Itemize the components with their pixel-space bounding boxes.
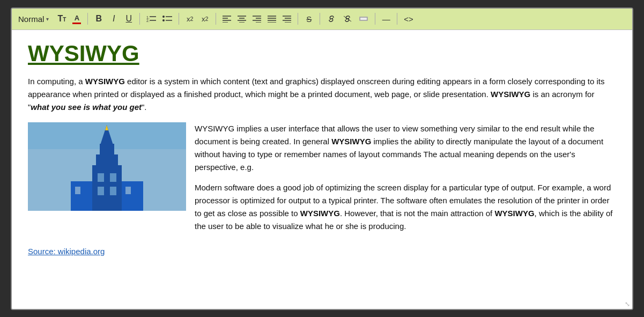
- align-justify-button[interactable]: [265, 14, 278, 24]
- resize-handle-area: ⤡: [12, 298, 632, 309]
- content-area: WYSIWYG In computing, a WYSIWYG editor i…: [12, 30, 632, 298]
- unordered-list-icon: [162, 14, 172, 23]
- content-image-section: WYSIWYG implies a user interface that al…: [28, 122, 616, 233]
- unordered-list-button[interactable]: [160, 13, 174, 24]
- source-link[interactable]: Source: wikipedia.org: [28, 247, 105, 256]
- font-color-button[interactable]: A: [70, 13, 83, 25]
- svg-rect-40: [98, 173, 104, 182]
- svg-rect-41: [110, 173, 116, 182]
- separator-6: [320, 13, 320, 25]
- svg-point-4: [162, 16, 165, 18]
- font-color-icon: A: [72, 14, 81, 24]
- subscript-button[interactable]: x2: [183, 14, 196, 24]
- svg-point-6: [162, 19, 165, 21]
- svg-rect-35: [92, 165, 122, 211]
- separator-8: [397, 13, 397, 25]
- separator-4: [216, 13, 216, 25]
- toolbar: Normal ▾ TT A B I U 1. 2.: [12, 9, 632, 30]
- svg-rect-47: [125, 187, 131, 194]
- editor-container: Normal ▾ TT A B I U 1. 2.: [11, 8, 633, 310]
- paragraph-1: WYSIWYG implies a user interface that al…: [195, 122, 616, 174]
- style-label: Normal: [18, 14, 44, 24]
- align-right-button[interactable]: [250, 14, 263, 24]
- svg-rect-32: [360, 18, 367, 20]
- ordered-list-icon: 1. 2.: [146, 14, 156, 23]
- separator-1: [87, 13, 88, 25]
- align-center-icon: [238, 15, 246, 23]
- strikethrough-button[interactable]: S: [302, 13, 315, 25]
- align-center-button[interactable]: [235, 14, 248, 24]
- svg-rect-44: [71, 181, 92, 211]
- paragraph-2: Modern software does a good job of optim…: [195, 181, 616, 233]
- separator-7: [375, 13, 375, 25]
- svg-rect-45: [122, 181, 143, 211]
- superscript-button[interactable]: x2: [198, 14, 211, 24]
- highlight-button[interactable]: [357, 13, 371, 24]
- indent-icon: [283, 15, 291, 23]
- indent-button[interactable]: [280, 14, 293, 24]
- unlink-button[interactable]: [340, 14, 354, 24]
- separator-3: [179, 13, 179, 25]
- separator-5: [298, 13, 298, 25]
- font-size-button[interactable]: TT: [55, 13, 68, 25]
- svg-rect-37: [100, 144, 114, 157]
- resize-icon[interactable]: ⤡: [625, 300, 630, 308]
- ordered-list-button[interactable]: 1. 2.: [144, 13, 158, 24]
- unlink-icon: [343, 15, 352, 23]
- source-button[interactable]: <>: [402, 13, 416, 25]
- svg-rect-46: [75, 187, 80, 194]
- svg-line-30: [344, 16, 351, 21]
- style-selector[interactable]: Normal ▾: [18, 14, 49, 24]
- align-left-button[interactable]: [220, 14, 233, 24]
- style-dropdown-arrow: ▾: [46, 16, 49, 22]
- svg-text:2.: 2.: [146, 19, 150, 23]
- link-icon: [327, 15, 336, 23]
- font-size-icon: TT: [57, 14, 66, 24]
- link-button[interactable]: [324, 14, 338, 24]
- bold-button[interactable]: B: [92, 13, 105, 25]
- side-text: WYSIWYG implies a user interface that al…: [195, 122, 616, 233]
- svg-rect-43: [110, 187, 116, 195]
- intro-paragraph: In computing, a WYSIWYG editor is a syst…: [28, 75, 616, 114]
- svg-rect-42: [98, 187, 104, 195]
- align-left-icon: [223, 15, 231, 23]
- align-right-icon: [253, 15, 261, 23]
- align-justify-icon: [268, 15, 276, 23]
- content-image: [28, 122, 186, 211]
- italic-button[interactable]: I: [107, 13, 120, 25]
- highlight-icon: [359, 14, 368, 23]
- hr-button[interactable]: —: [380, 13, 393, 25]
- underline-button[interactable]: U: [122, 13, 135, 25]
- document-title: WYSIWYG: [28, 41, 616, 67]
- separator-2: [139, 13, 140, 25]
